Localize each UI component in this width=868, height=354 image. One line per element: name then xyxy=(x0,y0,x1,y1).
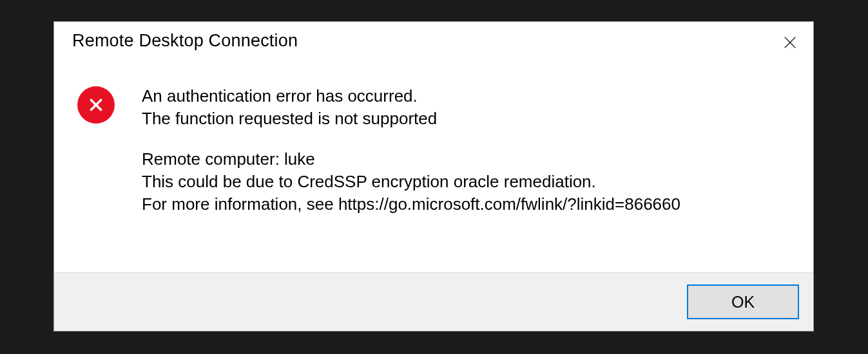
message-line-2: The function requested is not supported xyxy=(142,107,794,130)
message-line-1: An authentication error has occurred. xyxy=(142,85,794,107)
error-icon xyxy=(77,86,115,124)
icon-column xyxy=(73,85,142,259)
dialog-titlebar: Remote Desktop Connection xyxy=(54,22,813,67)
dialog-title: Remote Desktop Connection xyxy=(72,31,298,51)
dialog-content: An authentication error has occurred. Th… xyxy=(54,67,813,272)
close-button[interactable] xyxy=(777,30,803,55)
message-line-3: Remote computer: luke xyxy=(142,148,794,171)
error-dialog: Remote Desktop Connection An authenticat… xyxy=(53,21,814,331)
message-column: An authentication error has occurred. Th… xyxy=(142,85,794,259)
dialog-footer: OK xyxy=(54,272,813,331)
close-icon xyxy=(783,35,797,50)
ok-button[interactable]: OK xyxy=(687,284,799,319)
message-line-5: For more information, see https://go.mic… xyxy=(142,193,794,216)
message-line-4: This could be due to CredSSP encryption … xyxy=(142,171,794,193)
